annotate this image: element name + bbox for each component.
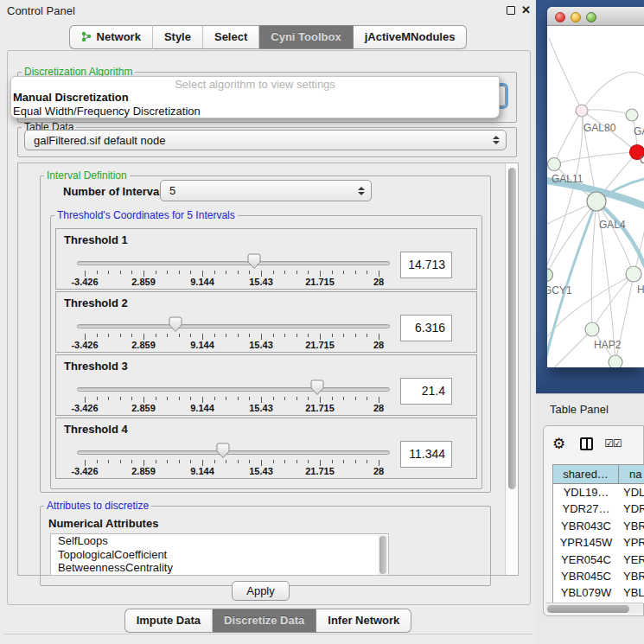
bottom-tab-infer-network[interactable]: Infer Network (316, 609, 411, 633)
attribute-list-item[interactable]: BetweennessCentrality (51, 561, 388, 575)
network-edge[interactable] (554, 152, 637, 164)
cell-shared-name[interactable]: YBR045C (553, 568, 619, 584)
slider-thumb[interactable] (216, 443, 230, 459)
network-node[interactable] (585, 322, 599, 336)
attributes-legend: Attributes to discretize (44, 500, 151, 512)
table-row[interactable]: YBR045CYBR0 (553, 568, 644, 584)
cell-name[interactable]: YER0 (619, 552, 644, 568)
tab-label: Cyni Toolbox (271, 30, 341, 43)
close-traffic-icon[interactable] (555, 12, 565, 22)
network-edge[interactable] (547, 111, 583, 285)
cell-name[interactable]: YBR0 (619, 568, 644, 584)
table-horizontal-scrollbar[interactable] (545, 603, 643, 613)
tab-style[interactable]: Style (153, 25, 203, 49)
cell-shared-name[interactable]: YBR043C (553, 518, 619, 534)
column-header-shared-name[interactable]: shared… (553, 465, 619, 483)
attributes-list-scrollbar[interactable] (378, 535, 387, 576)
tab-network[interactable]: Network (69, 25, 153, 49)
slider-track[interactable] (77, 324, 390, 328)
table-browser-window: ⚙ ☑☑ shared… na YDL19…YDL1YDR27…YDR2YBR0… (543, 425, 644, 616)
network-node[interactable] (609, 355, 622, 367)
network-node[interactable] (626, 266, 641, 282)
cell-name[interactable]: YDR2 (619, 501, 644, 517)
slider-track[interactable] (77, 450, 390, 455)
network-edge-highlighted[interactable] (596, 201, 644, 266)
network-node[interactable] (547, 269, 553, 282)
table-data-combo[interactable]: galFiltered.sif default node (24, 130, 507, 150)
slider-tick-labels: -3.4262.8599.14415.4321.71528 (85, 277, 379, 287)
number-of-intervals-combo[interactable]: 5 (160, 180, 372, 201)
tab-jactivemnodules[interactable]: jActiveMNodules (354, 25, 468, 49)
cell-shared-name[interactable]: YPR145W (553, 534, 619, 551)
network-node[interactable] (626, 109, 638, 121)
column-header-name[interactable]: na (619, 465, 644, 483)
table-row[interactable]: YPR145WYPR1 (553, 534, 644, 551)
network-edge[interactable] (591, 201, 596, 329)
network-view-window[interactable]: GAL80GACGAL11GAL4GCY1HHAP2 (547, 7, 644, 367)
table-row[interactable]: YBR043CYBR0 (553, 518, 644, 534)
slider-track[interactable] (77, 261, 390, 265)
node-table[interactable]: shared… na YDL19…YDL1YDR27…YDR2YBR043CYB… (552, 464, 644, 604)
cell-name[interactable]: YBR0 (619, 518, 644, 534)
slider-thumb[interactable] (169, 316, 182, 333)
network-node[interactable] (576, 105, 588, 117)
slider-thumb[interactable] (310, 379, 324, 396)
algorithm-item-equal-width[interactable]: Equal Width/Frequency Discretization (11, 105, 499, 118)
cell-name[interactable]: YBL0 (619, 584, 644, 601)
table-row[interactable]: YDR27…YDR2 (553, 501, 644, 517)
minimize-traffic-icon[interactable] (571, 12, 581, 22)
threshold-value-input[interactable]: 11.344 (400, 441, 452, 468)
tab-select[interactable]: Select (203, 25, 259, 49)
threshold-slider[interactable]: -3.4262.8599.14415.4321.71528 (56, 292, 419, 354)
cell-name[interactable]: YDL1 (619, 484, 644, 501)
threshold-value-input[interactable]: 21.4 (400, 378, 452, 405)
table-row[interactable]: YER054CYER0 (553, 552, 644, 568)
table-row[interactable]: YBL079WYBL0 (553, 584, 644, 601)
zoom-traffic-icon[interactable] (586, 12, 596, 22)
select-columns-checkbox-icons[interactable]: ☑☑ (604, 437, 622, 450)
bottom-tab-impute-data[interactable]: Impute Data (124, 609, 213, 633)
network-node-label: C (640, 154, 644, 166)
vertical-scrollbar[interactable] (505, 163, 518, 575)
threshold-slider[interactable]: -3.4262.8599.14415.4321.71528 (56, 229, 419, 290)
cell-shared-name[interactable]: YER054C (553, 552, 619, 568)
network-node[interactable] (587, 192, 606, 211)
algorithm-item-manual[interactable]: Manual Discretization (11, 91, 499, 105)
cell-shared-name[interactable]: YDL19… (553, 484, 619, 501)
network-window-titlebar[interactable] (547, 7, 644, 26)
attribute-list-item[interactable]: SelfLoops (51, 534, 388, 548)
network-edge[interactable] (547, 329, 592, 367)
slider-thumb[interactable] (247, 253, 261, 270)
threshold-slider[interactable]: -3.4262.8599.14415.4321.71528 (56, 355, 419, 417)
tab-cyni-toolbox[interactable]: Cyni Toolbox (259, 25, 353, 49)
cell-name[interactable]: YPR1 (619, 534, 644, 551)
cell-shared-name[interactable]: YDR27… (553, 501, 619, 517)
float-window-icon[interactable] (507, 6, 515, 15)
cell-shared-name[interactable]: YBL079W (553, 584, 619, 601)
numerical-attributes-list[interactable]: SelfLoopsTopologicalCoefficientBetweenne… (50, 533, 389, 576)
numerical-attributes-label: Numerical Attributes (48, 517, 158, 530)
close-icon[interactable]: ✕ (521, 6, 531, 15)
column-layout-icon[interactable] (580, 437, 593, 450)
network-canvas[interactable]: GAL80GACGAL11GAL4GCY1HHAP2 (547, 26, 644, 367)
slider-track[interactable] (77, 387, 390, 392)
network-edge[interactable] (582, 72, 644, 111)
cytoscape-desktop: GAL80GACGAL11GAL4GCY1HHAP2 Table Panel ⚙… (536, 0, 644, 644)
network-edge[interactable] (582, 110, 632, 115)
network-edge[interactable] (554, 111, 582, 164)
table-row[interactable]: YDL19…YDL1 (553, 484, 644, 501)
algorithm-prompt-item[interactable]: Select algorithm to view settings (11, 77, 499, 91)
apply-button[interactable]: Apply (232, 581, 290, 601)
threshold-value-input[interactable]: 14.713 (400, 252, 452, 278)
gear-icon[interactable]: ⚙ (552, 437, 565, 451)
bottom-tab-discretize-data[interactable]: Discretize Data (213, 609, 316, 633)
network-node-label: GAL11 (552, 173, 583, 185)
panel-footer-divider (3, 634, 532, 634)
threshold-value-input[interactable]: 6.316 (400, 315, 452, 341)
threshold-slider[interactable]: -3.4262.8599.14415.4321.71528 (56, 418, 419, 480)
tab-label: Style (164, 30, 191, 43)
network-edge[interactable] (592, 274, 634, 329)
network-edge[interactable] (549, 38, 582, 111)
network-node[interactable] (548, 158, 561, 171)
attribute-list-item[interactable]: TopologicalCoefficient (51, 548, 388, 562)
